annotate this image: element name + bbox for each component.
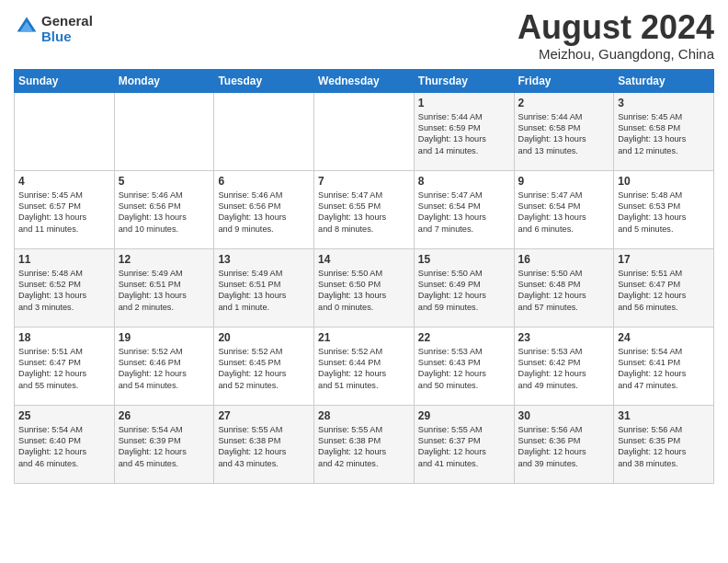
day-number: 9 [518, 175, 610, 188]
col-saturday: Saturday [614, 69, 714, 92]
day-info: Sunrise: 5:53 AM Sunset: 6:42 PM Dayligh… [518, 346, 610, 392]
calendar-cell-w5-d1: 25Sunrise: 5:54 AM Sunset: 6:40 PM Dayli… [15, 405, 115, 483]
day-number: 21 [318, 331, 410, 344]
calendar-cell-w5-d2: 26Sunrise: 5:54 AM Sunset: 6:39 PM Dayli… [114, 405, 214, 483]
day-number: 3 [618, 97, 710, 109]
calendar-cell-w1-d2 [114, 92, 214, 170]
calendar-cell-w5-d3: 27Sunrise: 5:55 AM Sunset: 6:38 PM Dayli… [214, 405, 314, 483]
calendar-cell-w1-d7: 3Sunrise: 5:45 AM Sunset: 6:58 PM Daylig… [614, 92, 714, 170]
calendar-cell-w2-d1: 4Sunrise: 5:45 AM Sunset: 6:57 PM Daylig… [15, 170, 115, 248]
day-number: 8 [418, 175, 510, 188]
day-number: 16 [518, 253, 610, 266]
day-info: Sunrise: 5:53 AM Sunset: 6:43 PM Dayligh… [418, 346, 510, 392]
day-number: 23 [518, 331, 610, 344]
week-row-4: 18Sunrise: 5:51 AM Sunset: 6:47 PM Dayli… [15, 327, 714, 405]
calendar-cell-w4-d6: 23Sunrise: 5:53 AM Sunset: 6:42 PM Dayli… [514, 327, 614, 405]
calendar-cell-w5-d7: 31Sunrise: 5:56 AM Sunset: 6:35 PM Dayli… [614, 405, 714, 483]
calendar-cell-w3-d7: 17Sunrise: 5:51 AM Sunset: 6:47 PM Dayli… [614, 248, 714, 327]
col-thursday: Thursday [414, 69, 514, 92]
day-info: Sunrise: 5:47 AM Sunset: 6:54 PM Dayligh… [518, 190, 610, 236]
day-info: Sunrise: 5:47 AM Sunset: 6:54 PM Dayligh… [418, 190, 510, 236]
calendar-cell-w4-d1: 18Sunrise: 5:51 AM Sunset: 6:47 PM Dayli… [15, 327, 115, 405]
day-number: 2 [518, 97, 610, 109]
day-number: 1 [418, 97, 510, 109]
day-info: Sunrise: 5:52 AM Sunset: 6:45 PM Dayligh… [218, 346, 310, 392]
day-info: Sunrise: 5:55 AM Sunset: 6:38 PM Dayligh… [318, 424, 410, 470]
calendar-cell-w1-d5: 1Sunrise: 5:44 AM Sunset: 6:59 PM Daylig… [414, 92, 514, 170]
calendar-cell-w4-d5: 22Sunrise: 5:53 AM Sunset: 6:43 PM Dayli… [414, 327, 514, 405]
calendar-cell-w5-d4: 28Sunrise: 5:55 AM Sunset: 6:38 PM Dayli… [314, 405, 415, 483]
calendar-cell-w3-d4: 14Sunrise: 5:50 AM Sunset: 6:50 PM Dayli… [314, 248, 415, 327]
day-info: Sunrise: 5:49 AM Sunset: 6:51 PM Dayligh… [119, 268, 210, 314]
day-info: Sunrise: 5:46 AM Sunset: 6:56 PM Dayligh… [119, 190, 210, 236]
col-monday: Monday [114, 69, 214, 92]
calendar-cell-w4-d4: 21Sunrise: 5:52 AM Sunset: 6:44 PM Dayli… [314, 327, 415, 405]
day-number: 17 [618, 253, 710, 266]
calendar-cell-w3-d2: 12Sunrise: 5:49 AM Sunset: 6:51 PM Dayli… [114, 248, 214, 327]
day-info: Sunrise: 5:45 AM Sunset: 6:57 PM Dayligh… [18, 190, 110, 236]
day-info: Sunrise: 5:44 AM Sunset: 6:58 PM Dayligh… [518, 111, 610, 157]
calendar-cell-w5-d5: 29Sunrise: 5:55 AM Sunset: 6:37 PM Dayli… [414, 405, 514, 483]
day-number: 27 [218, 409, 310, 422]
logo-text-line1: General [41, 13, 93, 29]
day-info: Sunrise: 5:48 AM Sunset: 6:53 PM Dayligh… [618, 190, 710, 236]
week-row-5: 25Sunrise: 5:54 AM Sunset: 6:40 PM Dayli… [15, 405, 714, 483]
day-info: Sunrise: 5:54 AM Sunset: 6:39 PM Dayligh… [119, 424, 210, 470]
calendar-cell-w1-d1 [15, 92, 115, 170]
day-info: Sunrise: 5:48 AM Sunset: 6:52 PM Dayligh… [18, 268, 110, 314]
calendar-cell-w3-d5: 15Sunrise: 5:50 AM Sunset: 6:49 PM Dayli… [414, 248, 514, 327]
calendar-cell-w3-d6: 16Sunrise: 5:50 AM Sunset: 6:48 PM Dayli… [514, 248, 614, 327]
day-info: Sunrise: 5:50 AM Sunset: 6:49 PM Dayligh… [418, 268, 510, 314]
col-wednesday: Wednesday [314, 69, 415, 92]
day-info: Sunrise: 5:52 AM Sunset: 6:46 PM Dayligh… [119, 346, 210, 392]
day-number: 6 [218, 175, 310, 188]
calendar-cell-w1-d4 [314, 92, 415, 170]
day-number: 7 [318, 175, 410, 188]
day-number: 28 [318, 409, 410, 422]
day-number: 31 [618, 409, 710, 422]
logo-icon [16, 16, 38, 38]
day-number: 29 [418, 409, 510, 422]
day-number: 30 [518, 409, 610, 422]
day-number: 13 [218, 253, 310, 266]
calendar-cell-w2-d4: 7Sunrise: 5:47 AM Sunset: 6:55 PM Daylig… [314, 170, 415, 248]
day-number: 24 [618, 331, 710, 344]
day-info: Sunrise: 5:55 AM Sunset: 6:37 PM Dayligh… [418, 424, 510, 470]
day-info: Sunrise: 5:50 AM Sunset: 6:48 PM Dayligh… [518, 268, 610, 314]
location: Meizhou, Guangdong, China [518, 46, 714, 62]
calendar-table: Sunday Monday Tuesday Wednesday Thursday… [14, 69, 714, 484]
day-info: Sunrise: 5:51 AM Sunset: 6:47 PM Dayligh… [18, 346, 110, 392]
col-tuesday: Tuesday [214, 69, 314, 92]
calendar-cell-w2-d7: 10Sunrise: 5:48 AM Sunset: 6:53 PM Dayli… [614, 170, 714, 248]
day-info: Sunrise: 5:50 AM Sunset: 6:50 PM Dayligh… [318, 268, 410, 314]
day-info: Sunrise: 5:52 AM Sunset: 6:44 PM Dayligh… [318, 346, 410, 392]
logo-text-line2: Blue [41, 29, 93, 44]
calendar-cell-w1-d3 [214, 92, 314, 170]
day-number: 10 [618, 175, 710, 188]
logo: General Blue [14, 13, 93, 44]
title-block: August 2024 Meizhou, Guangdong, China [518, 9, 714, 62]
calendar-cell-w2-d3: 6Sunrise: 5:46 AM Sunset: 6:56 PM Daylig… [214, 170, 314, 248]
col-friday: Friday [514, 69, 614, 92]
day-info: Sunrise: 5:51 AM Sunset: 6:47 PM Dayligh… [618, 268, 710, 314]
calendar-cell-w4-d7: 24Sunrise: 5:54 AM Sunset: 6:41 PM Dayli… [614, 327, 714, 405]
month-title: August 2024 [518, 9, 714, 46]
calendar-cell-w1-d6: 2Sunrise: 5:44 AM Sunset: 6:58 PM Daylig… [514, 92, 614, 170]
page-container: General Blue August 2024 Meizhou, Guangd… [0, 0, 728, 491]
calendar-cell-w3-d1: 11Sunrise: 5:48 AM Sunset: 6:52 PM Dayli… [15, 248, 115, 327]
day-info: Sunrise: 5:45 AM Sunset: 6:58 PM Dayligh… [618, 111, 710, 157]
calendar-body: 1Sunrise: 5:44 AM Sunset: 6:59 PM Daylig… [15, 92, 714, 483]
day-number: 19 [119, 331, 210, 344]
day-number: 5 [119, 175, 210, 188]
calendar-cell-w2-d6: 9Sunrise: 5:47 AM Sunset: 6:54 PM Daylig… [514, 170, 614, 248]
col-sunday: Sunday [15, 69, 115, 92]
week-row-2: 4Sunrise: 5:45 AM Sunset: 6:57 PM Daylig… [15, 170, 714, 248]
day-info: Sunrise: 5:56 AM Sunset: 6:35 PM Dayligh… [618, 424, 710, 470]
week-row-3: 11Sunrise: 5:48 AM Sunset: 6:52 PM Dayli… [15, 248, 714, 327]
day-number: 26 [119, 409, 210, 422]
page-header: General Blue August 2024 Meizhou, Guangd… [14, 9, 714, 62]
calendar-cell-w4-d2: 19Sunrise: 5:52 AM Sunset: 6:46 PM Dayli… [114, 327, 214, 405]
day-info: Sunrise: 5:56 AM Sunset: 6:36 PM Dayligh… [518, 424, 610, 470]
calendar-cell-w2-d5: 8Sunrise: 5:47 AM Sunset: 6:54 PM Daylig… [414, 170, 514, 248]
day-info: Sunrise: 5:54 AM Sunset: 6:41 PM Dayligh… [618, 346, 710, 392]
